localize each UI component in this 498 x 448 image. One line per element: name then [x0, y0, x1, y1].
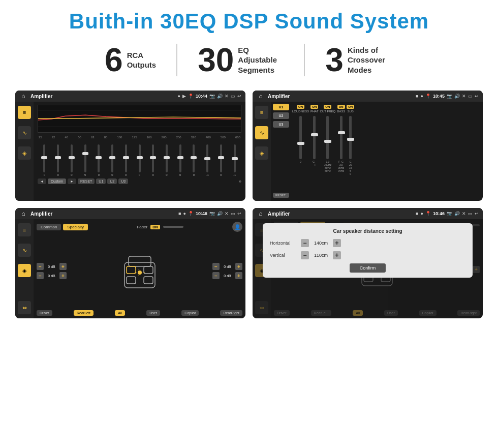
eq-slider-12[interactable]: -1 — [201, 144, 214, 176]
slider-handle-12[interactable] — [204, 157, 210, 160]
slider-handle-13[interactable] — [218, 156, 224, 159]
eq-slider-13[interactable]: 0 — [214, 144, 228, 176]
minus-btn-bl[interactable]: − — [37, 272, 44, 279]
eq-slider-4[interactable]: 0 — [92, 144, 106, 176]
person-icon[interactable]: 👤 — [232, 222, 242, 232]
wave-icon-2[interactable]: ∿ — [255, 126, 268, 139]
sub-handle[interactable] — [347, 138, 354, 141]
copilot-btn[interactable]: Copilot — [181, 310, 199, 316]
slider-handle-5[interactable] — [109, 156, 115, 159]
slider-track-13[interactable] — [220, 144, 222, 172]
eq-icon[interactable]: ≡ — [18, 106, 31, 119]
eq-sliders[interactable]: 0 0 0 — [38, 141, 241, 176]
tab-common[interactable]: Common — [37, 224, 61, 230]
preset-u3[interactable]: U3 — [273, 121, 289, 128]
slider-handle-11[interactable] — [191, 156, 197, 159]
home-icon-4[interactable]: ⌂ — [257, 210, 265, 218]
home-icon[interactable]: ⌂ — [19, 92, 27, 100]
slider-track-6[interactable] — [125, 144, 127, 172]
vertical-minus-btn[interactable]: − — [301, 251, 309, 259]
slider-track-14[interactable] — [234, 144, 236, 172]
slider-handle-4[interactable] — [96, 156, 102, 159]
horizontal-plus-btn[interactable]: + — [333, 239, 341, 247]
rearleft-btn[interactable]: RearLeft — [74, 310, 94, 316]
wave-icon[interactable]: ∿ — [18, 126, 31, 139]
eq-u1-button[interactable]: U1 — [96, 178, 106, 184]
slider-track-11[interactable] — [193, 144, 195, 172]
slider-handle-8[interactable] — [150, 156, 156, 159]
all-btn[interactable]: All — [115, 310, 125, 316]
slider-handle-10[interactable] — [177, 156, 183, 159]
eq-prev-button[interactable]: ◄ — [38, 178, 46, 184]
eq-slider-0[interactable]: 0 — [38, 144, 51, 176]
wave-icon-3[interactable]: ∿ — [18, 244, 31, 257]
preset-u2[interactable]: U2 — [273, 112, 289, 119]
slider-track-7[interactable] — [139, 144, 141, 172]
horizontal-minus-btn[interactable]: − — [301, 239, 309, 247]
eq-u3-button[interactable]: U3 — [118, 178, 128, 184]
loudness-toggle[interactable]: ON — [297, 105, 304, 109]
slider-handle-2[interactable] — [69, 156, 75, 159]
confirm-button[interactable]: Confirm — [350, 263, 386, 273]
slider-track-2[interactable] — [71, 144, 73, 172]
phat-handle[interactable] — [311, 133, 318, 136]
eq-slider-6[interactable]: 0 — [119, 144, 133, 176]
eq-slider-10[interactable]: 0 — [173, 144, 187, 176]
minus-btn-tl[interactable]: − — [37, 263, 44, 270]
eq-slider-11[interactable]: 0 — [187, 144, 201, 176]
slider-handle-6[interactable] — [123, 156, 129, 159]
eq-slider-8[interactable]: 0 — [146, 144, 160, 176]
plus-btn-br[interactable]: + — [235, 272, 242, 279]
bass-handle[interactable] — [338, 131, 345, 134]
slider-handle-9[interactable] — [164, 156, 170, 159]
eq-u2-button[interactable]: U2 — [107, 178, 117, 184]
slider-track-0[interactable] — [43, 144, 45, 172]
eq-slider-3[interactable]: 5 — [78, 144, 92, 176]
slider-track-5[interactable] — [111, 144, 113, 172]
eq-slider-7[interactable]: 0 — [133, 144, 146, 176]
minus-btn-br[interactable]: − — [212, 272, 220, 279]
fader-toggle[interactable]: ON — [150, 225, 160, 229]
eq-icon-2[interactable]: ≡ — [255, 106, 268, 119]
more-icon[interactable]: » — [238, 178, 241, 184]
slider-handle-0[interactable] — [41, 156, 47, 159]
crossover-reset-btn[interactable]: RESET — [273, 193, 289, 198]
sub-toggle[interactable]: ON — [347, 105, 354, 109]
slider-handle-14[interactable] — [232, 157, 238, 160]
tab-specialty[interactable]: Specialty — [63, 224, 87, 230]
driver-btn[interactable]: Driver — [37, 310, 52, 316]
slider-handle-1[interactable] — [55, 156, 61, 159]
phat-toggle[interactable]: ON — [310, 105, 318, 109]
slider-track-10[interactable] — [179, 144, 181, 172]
minus-btn-tr[interactable]: − — [212, 263, 220, 270]
speaker-icon-s3[interactable]: ◈ — [18, 264, 31, 277]
eq-slider-9[interactable]: 0 — [160, 144, 174, 176]
eq-slider-14[interactable]: -1 — [228, 144, 241, 176]
slider-track-8[interactable] — [152, 144, 154, 172]
arrows-icon[interactable]: ⇔ — [18, 301, 31, 314]
rearright-btn[interactable]: RearRight — [220, 310, 242, 316]
eq-icon-3[interactable]: ≡ — [18, 223, 31, 236]
eq-slider-2[interactable]: 0 — [65, 144, 78, 176]
cutfreq-toggle[interactable]: ON — [324, 105, 331, 109]
slider-handle-3[interactable] — [82, 152, 88, 155]
user-btn[interactable]: User — [146, 310, 160, 316]
plus-btn-tl[interactable]: + — [59, 263, 67, 270]
plus-btn-bl[interactable]: + — [59, 272, 67, 279]
eq-slider-5[interactable]: 0 — [106, 144, 119, 176]
slider-track-9[interactable] — [166, 144, 168, 172]
slider-track-4[interactable] — [98, 144, 100, 172]
slider-track-1[interactable] — [57, 144, 59, 172]
speaker-icon-s2[interactable]: ◈ — [255, 146, 268, 160]
preset-u1[interactable]: U1 — [273, 104, 289, 110]
cutfreq-handle[interactable] — [324, 140, 331, 143]
home-icon-2[interactable]: ⌂ — [257, 92, 265, 100]
fader-slider[interactable] — [163, 226, 183, 228]
vertical-plus-btn[interactable]: + — [333, 251, 341, 259]
slider-track-12[interactable] — [206, 144, 208, 172]
plus-btn-tr[interactable]: + — [235, 263, 242, 270]
eq-reset-button[interactable]: RESET — [78, 178, 95, 184]
loudness-handle[interactable] — [297, 142, 304, 145]
slider-track-3[interactable] — [84, 144, 86, 172]
speaker-setup-icon[interactable]: ◈ — [18, 146, 31, 160]
